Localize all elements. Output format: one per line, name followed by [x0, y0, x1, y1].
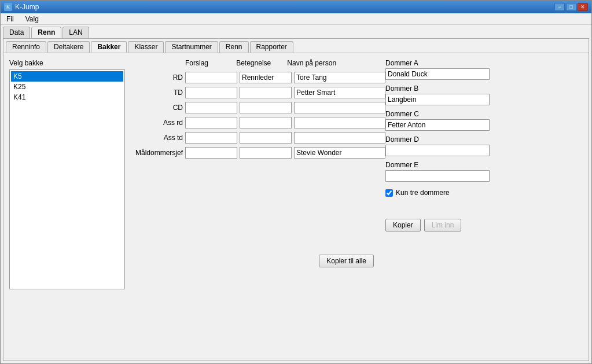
form-row-asstd: Ass td — [131, 132, 374, 144]
tab-deltakere[interactable]: Deltakere — [47, 41, 90, 53]
input-asstd-navn[interactable] — [294, 132, 385, 144]
dommer-a-input[interactable] — [385, 68, 490, 80]
input-rd-betegnelse[interactable] — [240, 72, 292, 83]
label-maldommersjef: Måldommersjef — [131, 149, 183, 157]
dommer-e-input[interactable] — [385, 170, 490, 182]
dommer-e-label: Dommer E — [385, 161, 501, 169]
tab-rapporter[interactable]: Rapporter — [250, 41, 293, 53]
list-label: Velg bakke — [9, 59, 125, 67]
input-cd-betegnelse[interactable] — [240, 102, 292, 113]
window-controls: − □ ✕ — [554, 3, 588, 11]
tab-klasser[interactable]: Klasser — [128, 41, 164, 53]
list-item-k5[interactable]: K5 — [11, 71, 123, 82]
menu-valg[interactable]: Valg — [22, 14, 42, 24]
form-row-rd: RD — [131, 72, 374, 83]
minimize-button[interactable]: − — [554, 3, 565, 11]
lim-inn-button[interactable]: Lim inn — [424, 219, 462, 231]
tab-renninfo[interactable]: Renninfo — [6, 41, 46, 53]
column-headers: Forslag Betegnelse Navn på person — [185, 59, 374, 67]
title-bar-left: K K-Jump — [4, 3, 39, 11]
form-left: Forslag Betegnelse Navn på person RD TD — [131, 59, 374, 355]
col-header-betegnelse: Betegnelse — [236, 59, 285, 67]
app-icon: K — [4, 3, 12, 11]
input-td-forslag[interactable] — [185, 87, 237, 98]
judge-row-b: Dommer B — [385, 84, 501, 105]
window-title: K-Jump — [15, 3, 39, 11]
main-window: K K-Jump − □ ✕ Fil Valg Data Renn LAN Re… — [0, 0, 592, 364]
tab-lan[interactable]: LAN — [62, 27, 89, 38]
tab-bar-level2: Renninfo Deltakere Bakker Klasser Startn… — [3, 39, 589, 53]
dommer-c-input[interactable] — [385, 119, 490, 131]
menu-fil[interactable]: Fil — [3, 14, 17, 24]
input-td-navn[interactable] — [294, 87, 385, 98]
label-rd: RD — [131, 73, 183, 82]
kopier-button[interactable]: Kopier — [385, 219, 421, 231]
form-row-cd: CD — [131, 102, 374, 113]
input-rd-navn[interactable] — [294, 72, 385, 83]
dommer-b-input[interactable] — [385, 94, 490, 105]
title-bar: K K-Jump − □ ✕ — [1, 1, 591, 13]
list-section: Velg bakke K5 K25 K41 — [9, 59, 125, 355]
checkbox-row: Kun tre dommere — [385, 189, 501, 197]
main-content: Renninfo Deltakere Bakker Klasser Startn… — [3, 38, 589, 361]
tab-data[interactable]: Data — [3, 27, 30, 38]
form-row-td: TD — [131, 87, 374, 98]
form-row-maldommersjef: Måldommersjef — [131, 147, 374, 159]
input-rd-forslag[interactable] — [185, 72, 237, 83]
maximize-button[interactable]: □ — [566, 3, 576, 11]
input-td-betegnelse[interactable] — [240, 87, 292, 98]
judge-buttons: Kopier Lim inn — [385, 219, 501, 231]
dommer-c-label: Dommer C — [385, 110, 501, 118]
label-cd: CD — [131, 104, 183, 112]
input-assrd-betegnelse[interactable] — [240, 117, 292, 128]
input-assrd-forslag[interactable] — [185, 117, 237, 128]
input-asstd-betegnelse[interactable] — [240, 132, 292, 144]
dommer-a-label: Dommer A — [385, 59, 501, 67]
input-asstd-forslag[interactable] — [185, 132, 237, 144]
input-mal-navn[interactable] — [294, 147, 385, 159]
form-section: Forslag Betegnelse Navn på person RD TD — [131, 59, 583, 355]
label-assrd: Ass rd — [131, 119, 183, 127]
list-item-k41[interactable]: K41 — [11, 92, 123, 102]
col-header-navn: Navn på person — [287, 59, 374, 67]
kun-tre-dommere-checkbox[interactable] — [385, 189, 393, 197]
tab-bar-level1: Data Renn LAN — [1, 25, 591, 38]
input-mal-forslag[interactable] — [185, 147, 237, 159]
judge-row-e: Dommer E — [385, 161, 501, 182]
close-button[interactable]: ✕ — [578, 3, 588, 11]
copy-to-all-area: Kopier til alle — [131, 255, 374, 267]
input-cd-forslag[interactable] — [185, 102, 237, 113]
tab-renn[interactable]: Renn — [31, 27, 61, 38]
input-assrd-navn[interactable] — [294, 117, 385, 128]
judge-row-c: Dommer C — [385, 110, 501, 131]
menu-bar: Fil Valg — [1, 13, 591, 25]
dommer-d-label: Dommer D — [385, 135, 501, 144]
judges-section: Dommer A Dommer B Dommer C — [385, 59, 501, 355]
tab-renn2[interactable]: Renn — [219, 41, 249, 53]
dommer-d-input[interactable] — [385, 145, 490, 156]
bakke-list[interactable]: K5 K25 K41 — [9, 69, 125, 289]
form-row-assrd: Ass rd — [131, 117, 374, 128]
list-item-k25[interactable]: K25 — [11, 82, 123, 92]
tab-bakker[interactable]: Bakker — [91, 41, 127, 53]
input-cd-navn[interactable] — [294, 102, 385, 113]
dommer-b-label: Dommer B — [385, 84, 501, 93]
panel-content: Velg bakke K5 K25 K41 Forslag Betegnelse… — [3, 53, 589, 361]
judge-row-a: Dommer A — [385, 59, 501, 80]
input-mal-betegnelse[interactable] — [240, 147, 292, 159]
col-header-forslag: Forslag — [185, 59, 234, 67]
label-asstd: Ass td — [131, 134, 183, 142]
judge-row-d: Dommer D — [385, 135, 501, 156]
label-td: TD — [131, 89, 183, 97]
kun-tre-dommere-label: Kun tre dommere — [396, 189, 450, 197]
tab-startnummer[interactable]: Startnummer — [165, 41, 218, 53]
kopier-til-alle-button[interactable]: Kopier til alle — [319, 255, 374, 267]
